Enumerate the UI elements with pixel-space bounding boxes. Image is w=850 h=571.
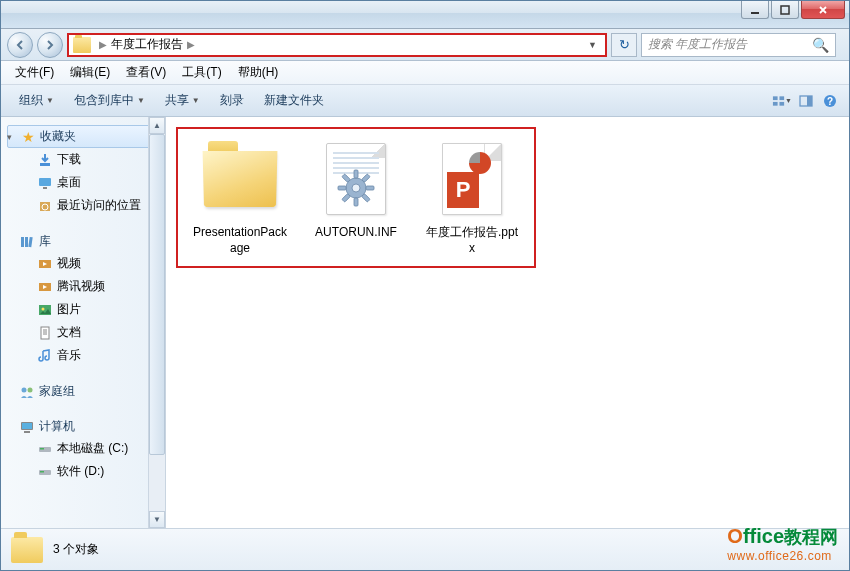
toolbar-organize[interactable]: 组织▼ (9, 89, 64, 112)
sidebar-item-recent[interactable]: 最近访问的位置 (1, 194, 165, 217)
file-item-inf[interactable]: AUTORUN.INF (308, 139, 404, 256)
scroll-up-icon[interactable]: ▲ (149, 117, 165, 134)
menu-view[interactable]: 查看(V) (118, 62, 174, 83)
svg-rect-31 (40, 471, 44, 473)
highlight-box: PresentationPackage AUTORUN.INF (176, 127, 536, 268)
pptx-file-icon: P (442, 143, 502, 215)
powerpoint-p-icon: P (447, 172, 479, 208)
pie-chart-icon (469, 152, 491, 174)
back-button[interactable] (7, 32, 33, 58)
folder-icon (204, 151, 276, 207)
folder-icon (73, 37, 91, 53)
disk-icon (37, 441, 53, 457)
collapse-icon[interactable]: ▾ (7, 132, 12, 142)
sidebar-scrollbar[interactable]: ▲ ▼ (148, 117, 165, 528)
statusbar: 3 个对象 (1, 528, 849, 570)
svg-rect-1 (781, 6, 789, 14)
file-label: AUTORUN.INF (308, 225, 404, 241)
toolbar-newfolder[interactable]: 新建文件夹 (254, 89, 334, 112)
chevron-down-icon: ▼ (137, 96, 145, 105)
menu-tools[interactable]: 工具(T) (174, 62, 229, 83)
sidebar-computer-header[interactable]: 计算机 (1, 416, 165, 437)
help-button[interactable]: ? (819, 90, 841, 112)
file-item-folder[interactable]: PresentationPackage (192, 139, 288, 256)
sidebar-item-disk-d[interactable]: 软件 (D:) (1, 460, 165, 483)
toolbar-share[interactable]: 共享▼ (155, 89, 210, 112)
music-icon (37, 348, 53, 364)
search-input[interactable]: 搜索 年度工作报告 🔍 (641, 33, 836, 57)
svg-rect-36 (366, 186, 374, 190)
breadcrumb-separator-icon: ▶ (99, 39, 107, 50)
sidebar-homegroup-header[interactable]: 家庭组 (1, 381, 165, 402)
scrollbar-thumb[interactable] (149, 134, 165, 455)
sidebar-libraries-header[interactable]: 库 (1, 231, 165, 252)
toolbar: 组织▼ 包含到库中▼ 共享▼ 刻录 新建文件夹 ▼ ? (1, 85, 849, 117)
sidebar-item-disk-c[interactable]: 本地磁盘 (C:) (1, 437, 165, 460)
refresh-button[interactable]: ↻ (611, 33, 637, 57)
chevron-down-icon: ▼ (192, 96, 200, 105)
help-icon: ? (823, 94, 837, 108)
picture-icon (37, 302, 53, 318)
menu-help[interactable]: 帮助(H) (230, 62, 287, 83)
svg-rect-22 (41, 327, 49, 339)
svg-rect-10 (40, 163, 50, 166)
sidebar: ▾ ★ 收藏夹 下载 桌面 最近访问的位置 (1, 117, 166, 528)
toolbar-include[interactable]: 包含到库中▼ (64, 89, 155, 112)
sidebar-favorites-header[interactable]: ▾ ★ 收藏夹 (7, 125, 159, 148)
forward-button[interactable] (37, 32, 63, 58)
body: ▾ ★ 收藏夹 下载 桌面 最近访问的位置 (1, 117, 849, 528)
search-icon: 🔍 (812, 37, 829, 53)
sidebar-label: 收藏夹 (40, 128, 76, 145)
arrow-right-icon (44, 39, 56, 51)
video-icon (37, 256, 53, 272)
minimize-button[interactable] (741, 1, 769, 19)
file-label: PresentationPackage (192, 225, 288, 256)
menu-edit[interactable]: 编辑(E) (62, 62, 118, 83)
breadcrumb-item[interactable]: 年度工作报告 (111, 36, 183, 53)
download-icon (37, 152, 53, 168)
toolbar-burn[interactable]: 刻录 (210, 89, 254, 112)
sidebar-item-pictures[interactable]: 图片 (1, 298, 165, 321)
maximize-button[interactable] (771, 1, 799, 19)
homegroup-icon (19, 384, 35, 400)
menu-file[interactable]: 文件(F) (7, 62, 62, 83)
gear-icon (334, 166, 378, 210)
view-options-button[interactable]: ▼ (771, 90, 793, 112)
svg-rect-4 (773, 101, 778, 105)
navbar: ▶ 年度工作报告 ▶ ▼ ↻ 搜索 年度工作报告 🔍 (1, 29, 849, 61)
file-item-pptx[interactable]: P 年度工作报告.pptx (424, 139, 520, 256)
desktop-icon (37, 175, 53, 191)
address-dropdown-icon[interactable]: ▼ (584, 40, 601, 50)
scroll-down-icon[interactable]: ▼ (149, 511, 165, 528)
video-icon (37, 279, 53, 295)
status-text: 3 个对象 (53, 541, 99, 558)
svg-rect-0 (751, 12, 759, 14)
sidebar-item-desktop[interactable]: 桌面 (1, 171, 165, 194)
svg-rect-35 (338, 186, 346, 190)
breadcrumb-separator-icon: ▶ (187, 39, 195, 50)
sidebar-item-tencent[interactable]: 腾讯视频 (1, 275, 165, 298)
chevron-down-icon: ▼ (46, 96, 54, 105)
inf-file-icon (326, 143, 386, 215)
sidebar-item-downloads[interactable]: 下载 (1, 148, 165, 171)
sidebar-item-music[interactable]: 音乐 (1, 344, 165, 367)
sidebar-item-documents[interactable]: 文档 (1, 321, 165, 344)
svg-rect-16 (25, 237, 28, 247)
content-pane[interactable]: PresentationPackage AUTORUN.INF (166, 117, 849, 528)
svg-rect-27 (24, 431, 30, 433)
address-bar[interactable]: ▶ 年度工作报告 ▶ ▼ (67, 33, 607, 57)
svg-rect-37 (362, 174, 370, 182)
close-button[interactable] (801, 1, 845, 19)
chevron-down-icon: ▼ (785, 97, 792, 104)
explorer-window: ▶ 年度工作报告 ▶ ▼ ↻ 搜索 年度工作报告 🔍 文件(F) 编辑(E) 查… (0, 0, 850, 571)
document-icon (37, 325, 53, 341)
svg-rect-11 (39, 178, 51, 186)
star-icon: ★ (20, 129, 36, 145)
sidebar-item-videos[interactable]: 视频 (1, 252, 165, 275)
preview-pane-button[interactable] (795, 90, 817, 112)
svg-rect-5 (779, 101, 784, 105)
svg-rect-39 (342, 174, 350, 182)
svg-rect-2 (773, 96, 778, 100)
svg-point-21 (42, 307, 45, 310)
svg-rect-33 (354, 170, 358, 178)
